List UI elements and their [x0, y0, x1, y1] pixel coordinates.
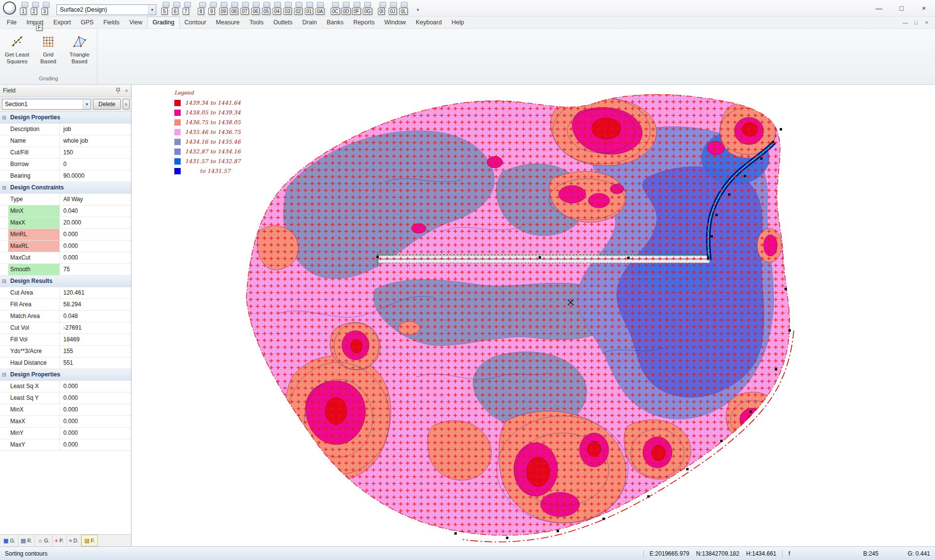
- property-value[interactable]: 58.294: [60, 299, 131, 310]
- section-combobox[interactable]: ▾: [2, 99, 91, 110]
- qat-button[interactable]: 0I: [378, 1, 388, 15]
- collapse-icon[interactable]: ⊟: [0, 182, 8, 193]
- qat-button[interactable]: 0L: [399, 1, 410, 15]
- menu-item[interactable]: Keyboard: [411, 17, 447, 28]
- collapse-icon[interactable]: ⊟: [0, 112, 8, 123]
- menu-item[interactable]: Reports: [348, 17, 379, 28]
- property-value[interactable]: 0.000: [60, 439, 131, 450]
- property-value[interactable]: 20.000: [60, 217, 131, 228]
- qat-button[interactable]: 0D: [341, 1, 352, 15]
- delete-button[interactable]: Delete: [93, 99, 121, 110]
- menu-item[interactable]: Import: [21, 17, 48, 28]
- panel-close-icon[interactable]: ×: [125, 88, 128, 93]
- menu-item[interactable]: Window: [379, 17, 411, 28]
- mdi-restore-button[interactable]: □: [912, 19, 920, 25]
- qat-button[interactable]: 07: [241, 1, 251, 15]
- panel-overflow-button[interactable]: ›: [123, 99, 130, 110]
- mdi-close-button[interactable]: ×: [922, 19, 931, 25]
- property-value[interactable]: whole job: [60, 135, 131, 147]
- collapse-icon[interactable]: [0, 357, 8, 369]
- collapse-icon[interactable]: [0, 416, 8, 427]
- property-value[interactable]: 0.040: [60, 205, 131, 217]
- collapse-icon[interactable]: [0, 241, 8, 252]
- qat-button[interactable]: 0A: [316, 1, 326, 15]
- surface-selector-input[interactable]: [57, 6, 148, 13]
- menu-item[interactable]: Outlets: [268, 17, 298, 28]
- qat-button[interactable]: 09: [219, 1, 229, 15]
- menu-item[interactable]: Drain: [298, 17, 322, 28]
- menu-item[interactable]: Contour: [180, 17, 211, 28]
- menu-item[interactable]: Fields: [98, 17, 124, 28]
- property-value[interactable]: 120.461: [60, 287, 131, 299]
- property-value[interactable]: 0.000: [60, 381, 131, 392]
- maximize-button[interactable]: □: [890, 0, 913, 16]
- collapse-icon[interactable]: ⊟: [0, 276, 8, 287]
- qat-button[interactable]: 1: [20, 1, 30, 15]
- collapse-icon[interactable]: [0, 334, 8, 345]
- property-value[interactable]: 0.000: [60, 241, 131, 252]
- collapse-icon[interactable]: [0, 170, 8, 182]
- collapse-icon[interactable]: [0, 264, 8, 275]
- collapse-icon[interactable]: [0, 428, 8, 439]
- minimize-button[interactable]: —: [868, 0, 890, 16]
- property-row[interactable]: MaxX 0.000: [0, 416, 131, 428]
- map-canvas[interactable]: [131, 85, 935, 546]
- qat-button[interactable]: 7: [183, 1, 193, 15]
- qat-button[interactable]: 01: [305, 1, 315, 15]
- collapse-icon[interactable]: [0, 299, 8, 310]
- collapse-icon[interactable]: [0, 252, 8, 263]
- collapse-icon[interactable]: [0, 135, 8, 147]
- property-row[interactable]: Name whole job: [0, 135, 131, 147]
- collapse-icon[interactable]: [0, 217, 8, 228]
- close-button[interactable]: ×: [913, 0, 935, 16]
- mdi-minimize-button[interactable]: —: [901, 19, 910, 25]
- menu-item[interactable]: Banks: [322, 17, 349, 28]
- collapse-icon[interactable]: [0, 194, 8, 205]
- triangle-based-button[interactable]: Triangle Based: [64, 31, 94, 75]
- qat-button[interactable]: 05: [262, 1, 272, 15]
- property-row[interactable]: Cut Vol -27691: [0, 322, 131, 334]
- panel-tab[interactable]: ▦ G.: [1, 535, 19, 546]
- collapse-icon[interactable]: [0, 124, 8, 135]
- property-row[interactable]: Bearing 90.0000: [0, 170, 131, 182]
- menu-item[interactable]: File: [2, 17, 21, 28]
- panel-tab[interactable]: ▧ F.: [81, 535, 98, 546]
- property-row[interactable]: ⊟ Design Results: [0, 276, 131, 287]
- property-row[interactable]: Cut Area 120.461: [0, 287, 131, 299]
- menu-item[interactable]: Tools: [244, 17, 268, 28]
- menu-item[interactable]: GPS: [76, 17, 98, 28]
- property-row[interactable]: MinX 0.040: [0, 205, 131, 217]
- panel-tab[interactable]: ▤ R.: [19, 535, 36, 546]
- property-row[interactable]: MinRL 0.000: [0, 229, 131, 241]
- map-viewport[interactable]: Legend 1439.34 to 1441.64 1438.05 to 143…: [131, 85, 935, 546]
- pin-icon[interactable]: [115, 88, 121, 94]
- collapse-icon[interactable]: [0, 159, 8, 170]
- property-row[interactable]: Cut/Fill 150: [0, 147, 131, 159]
- property-value[interactable]: 551: [60, 357, 131, 369]
- property-value[interactable]: job: [60, 124, 131, 135]
- collapse-icon[interactable]: [0, 322, 8, 334]
- property-row[interactable]: Haul Distance 551: [0, 357, 131, 369]
- property-value[interactable]: 155: [60, 346, 131, 357]
- collapse-icon[interactable]: [0, 404, 8, 415]
- property-value[interactable]: 0.000: [60, 229, 131, 240]
- property-row[interactable]: MaxRL 0.000: [0, 241, 131, 252]
- panel-tab[interactable]: ☼ G.: [35, 535, 52, 546]
- collapse-icon[interactable]: [0, 311, 8, 322]
- collapse-icon[interactable]: [0, 229, 8, 240]
- collapse-icon[interactable]: [0, 287, 8, 299]
- property-value[interactable]: All Way: [60, 194, 131, 205]
- grid-based-button[interactable]: Grid Based: [33, 31, 63, 75]
- property-row[interactable]: MaxX 20.000: [0, 217, 131, 229]
- chevron-down-icon[interactable]: ▾: [148, 5, 156, 15]
- qat-more-icon[interactable]: ▾: [414, 4, 421, 15]
- qat-button[interactable]: 6: [172, 1, 182, 15]
- qat-button[interactable]: 04: [273, 1, 283, 15]
- property-row[interactable]: Description job: [0, 124, 131, 135]
- section-input[interactable]: [2, 99, 83, 109]
- property-row[interactable]: ⊟ Design Properties: [0, 369, 131, 381]
- collapse-icon[interactable]: [0, 205, 8, 217]
- property-value[interactable]: 0: [60, 159, 131, 170]
- qat-button[interactable]: 5: [161, 1, 171, 15]
- qat-button[interactable]: 9: [208, 1, 219, 15]
